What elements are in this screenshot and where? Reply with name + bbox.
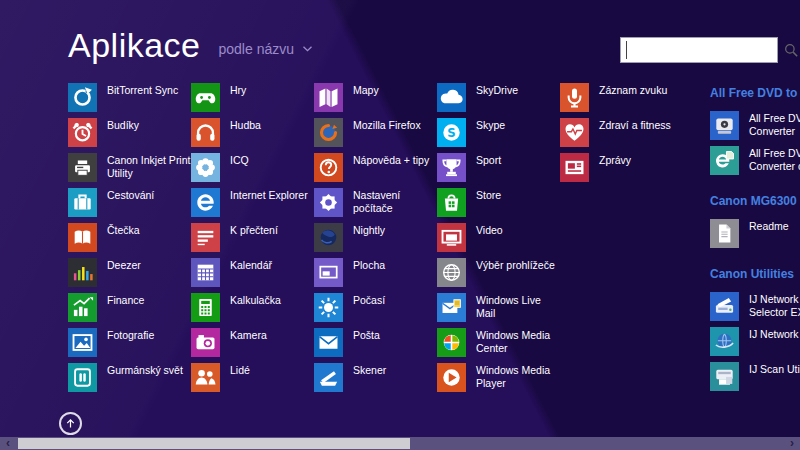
app-tile-ij-network-scan-selector-ex[interactable]: IJ Network Scan Selector EX bbox=[710, 292, 800, 321]
app-label: IJ Network Tool bbox=[749, 327, 800, 341]
app-tile-vyber-prohlizece[interactable]: Výběr prohlížeče bbox=[437, 258, 560, 287]
app-label: All Free DVD to Converter on th bbox=[749, 146, 800, 173]
app-label: Cestování bbox=[107, 188, 191, 202]
app-tile-pocasi[interactable]: Počasí bbox=[314, 293, 437, 322]
app-label: Canon Inkjet Print Utility bbox=[107, 153, 191, 180]
app-tile-nastaveni-pocitace[interactable]: Nastavení počítače bbox=[314, 188, 437, 217]
app-tile-all-free-dvd-to-converter[interactable]: All Free DVD to Converter bbox=[710, 111, 800, 140]
app-tile-all-free-dvd-to-converter-on-th[interactable]: All Free DVD to Converter on th bbox=[710, 146, 800, 175]
app-column-4: SkyDriveSSkypeSportStoreVideoVýběr prohl… bbox=[437, 83, 560, 398]
app-tile-zpravy[interactable]: Zprávy bbox=[560, 153, 683, 182]
app-tile-hry[interactable]: Hry bbox=[191, 83, 314, 112]
app-tile-fotografie[interactable]: Fotografie bbox=[68, 328, 191, 357]
app-tile-mozilla-firefox[interactable]: Mozilla Firefox bbox=[314, 118, 437, 147]
app-label: Finance bbox=[107, 293, 191, 307]
app-tile-posta[interactable]: Pošta bbox=[314, 328, 437, 357]
video-screen-icon bbox=[437, 223, 466, 252]
app-tile-skener[interactable]: Skener bbox=[314, 363, 437, 392]
app-tile-kalendar[interactable]: Kalendář bbox=[191, 258, 314, 287]
scanner-icon bbox=[314, 363, 343, 392]
app-tile-kamera[interactable]: Kamera bbox=[191, 328, 314, 357]
app-label: Zdraví a fitness bbox=[599, 118, 683, 132]
mail-letter-icon bbox=[437, 293, 466, 322]
app-tile-hudba[interactable]: Hudba bbox=[191, 118, 314, 147]
app-tile-kalkulacka[interactable]: Kalkulačka bbox=[191, 293, 314, 322]
globe-wireframe-icon bbox=[437, 258, 466, 287]
page-header: Aplikace podle názvu bbox=[68, 26, 313, 64]
semantic-zoom-button[interactable] bbox=[59, 412, 82, 435]
app-label: IJ Network Scan Selector EX bbox=[749, 292, 800, 319]
app-tile-napoveda-tipy[interactable]: Nápověda + tipy bbox=[314, 153, 437, 182]
app-tile-mapy[interactable]: Mapy bbox=[314, 83, 437, 112]
app-label: BitTorrent Sync bbox=[107, 83, 191, 97]
scroll-right-arrow[interactable]: › bbox=[784, 437, 800, 450]
globe-dark-icon bbox=[314, 223, 343, 252]
app-label: K přečtení bbox=[230, 223, 314, 237]
app-label: All Free DVD to Converter bbox=[749, 111, 800, 138]
app-label: Mozilla Firefox bbox=[353, 118, 437, 132]
app-tile-video[interactable]: Video bbox=[437, 223, 560, 252]
help-circle-icon bbox=[314, 153, 343, 182]
section-header-all-free-dvd-to-avi-co: All Free DVD to AVI Co bbox=[710, 85, 800, 101]
app-label: Windows Live Mail bbox=[476, 293, 560, 320]
app-column-3: MapyMozilla FirefoxNápověda + tipyNastav… bbox=[314, 83, 437, 398]
people-icon bbox=[191, 363, 220, 392]
sort-by-dropdown[interactable]: podle názvu bbox=[219, 41, 314, 64]
reading-list-icon bbox=[191, 223, 220, 252]
app-tile-ij-scan-utility[interactable]: IJ Scan Utility bbox=[710, 362, 800, 391]
app-tile-sport[interactable]: Sport bbox=[437, 153, 560, 182]
app-tile-skydrive[interactable]: SkyDrive bbox=[437, 83, 560, 112]
app-label: Video bbox=[476, 223, 560, 237]
app-tile-icq[interactable]: ICQ bbox=[191, 153, 314, 182]
firefox-logo-icon bbox=[314, 118, 343, 147]
scrollbar-thumb[interactable] bbox=[18, 438, 410, 449]
app-tile-store[interactable]: Store bbox=[437, 188, 560, 217]
app-tile-cestovani[interactable]: Cestování bbox=[68, 188, 191, 217]
app-label: Mapy bbox=[353, 83, 437, 97]
cloud-icon bbox=[437, 83, 466, 112]
app-tile-nightly[interactable]: Nightly bbox=[314, 223, 437, 252]
app-tile-finance[interactable]: Finance bbox=[68, 293, 191, 322]
heart-pulse-icon bbox=[560, 118, 589, 147]
globe-network-icon bbox=[710, 327, 739, 356]
app-tile-windows-media-player[interactable]: Windows Media Player bbox=[437, 363, 560, 392]
app-tile-bittorrent-sync[interactable]: BitTorrent Sync bbox=[68, 83, 191, 112]
alarm-clock-icon bbox=[68, 118, 97, 147]
app-tile-readme[interactable]: Readme bbox=[710, 219, 800, 248]
app-tile-ctecka[interactable]: Čtečka bbox=[68, 223, 191, 252]
photo-icon bbox=[68, 328, 97, 357]
media-play-icon bbox=[437, 363, 466, 392]
app-tile-canon-inkjet-print-utility[interactable]: Canon Inkjet Print Utility bbox=[68, 153, 191, 182]
app-tile-internet-explorer[interactable]: Internet Explorer bbox=[191, 188, 314, 217]
app-label: Zprávy bbox=[599, 153, 683, 167]
app-label: Nápověda + tipy bbox=[353, 153, 437, 167]
app-tile-gurmansky-svet[interactable]: Gurmánský svět bbox=[68, 363, 191, 392]
search-icon[interactable] bbox=[782, 41, 800, 59]
search-input[interactable] bbox=[626, 41, 782, 59]
apps-grid: BitTorrent SyncBudíkyCanon Inkjet Print … bbox=[68, 83, 800, 398]
app-label: Windows Media Player bbox=[476, 363, 560, 390]
app-label: IJ Scan Utility bbox=[749, 362, 800, 376]
flower-icon bbox=[191, 153, 220, 182]
app-label: Hudba bbox=[230, 118, 314, 132]
scan-printer-icon bbox=[710, 362, 739, 391]
app-column-1: BitTorrent SyncBudíkyCanon Inkjet Print … bbox=[68, 83, 191, 398]
page-title: Aplikace bbox=[68, 26, 201, 64]
app-tile-plocha[interactable]: Plocha bbox=[314, 258, 437, 287]
app-tile-ij-network-tool[interactable]: IJ Network Tool bbox=[710, 327, 800, 356]
app-tile-zdravi-a-fitness[interactable]: Zdraví a fitness bbox=[560, 118, 683, 147]
app-tile-windows-live-mail[interactable]: Windows Live Mail bbox=[437, 293, 560, 322]
app-tile-lide[interactable]: Lidé bbox=[191, 363, 314, 392]
equalizer-icon bbox=[68, 258, 97, 287]
app-tile-deezer[interactable]: Deezer bbox=[68, 258, 191, 287]
app-tile-k-precteni[interactable]: K přečtení bbox=[191, 223, 314, 252]
app-tile-windows-media-center[interactable]: Windows Media Center bbox=[437, 328, 560, 357]
app-tile-zaznam-zvuku[interactable]: Záznam zvuku bbox=[560, 83, 683, 112]
horizontal-scrollbar[interactable]: ‹ › bbox=[0, 437, 800, 450]
app-tile-skype[interactable]: SSkype bbox=[437, 118, 560, 147]
ie-page-icon bbox=[710, 146, 739, 175]
scroll-left-arrow[interactable]: ‹ bbox=[0, 437, 16, 450]
app-label: Počasí bbox=[353, 293, 437, 307]
app-label: Kalendář bbox=[230, 258, 314, 272]
app-tile-budiky[interactable]: Budíky bbox=[68, 118, 191, 147]
